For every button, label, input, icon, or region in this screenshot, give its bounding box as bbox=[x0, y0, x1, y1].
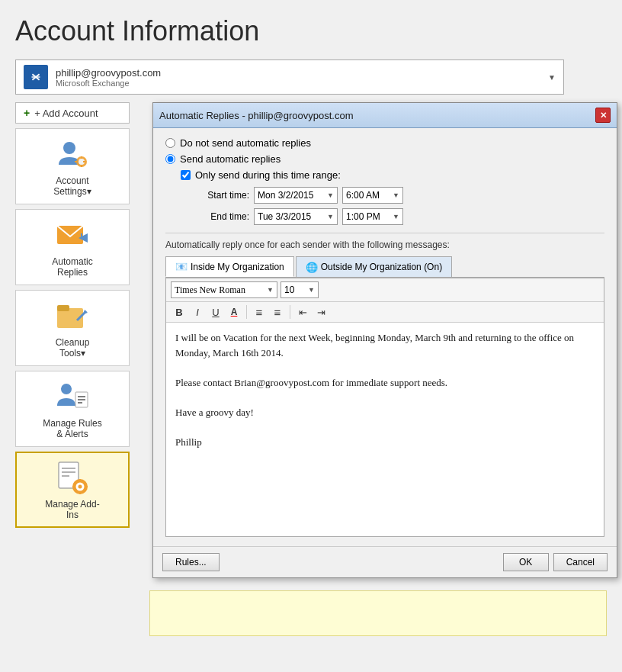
outside-org-icon: 🌐 bbox=[306, 262, 318, 273]
tab-inside-org[interactable]: 📧 Inside My Organization bbox=[165, 256, 294, 277]
svg-rect-26 bbox=[79, 491, 81, 494]
dialog-title: Automatic Replies - phillip@groovypost.c… bbox=[159, 110, 354, 121]
start-date-dropdown[interactable]: Mon 3/2/2015 ▼ bbox=[254, 187, 338, 204]
tab-outside-org[interactable]: 🌐 Outside My Organization (On) bbox=[296, 256, 452, 277]
svg-rect-9 bbox=[83, 161, 85, 162]
cleanup-tools-icon bbox=[54, 297, 91, 334]
numbered-list-button[interactable]: ≡ bbox=[269, 304, 286, 320]
start-time-label: Start time: bbox=[196, 190, 249, 201]
reply-tabs: 📧 Inside My Organization 🌐 Outside My Or… bbox=[165, 256, 604, 278]
no-reply-radio-row: Do not send automatic replies bbox=[165, 137, 604, 149]
sidebar-item-account-settings[interactable]: Account Settings▾ bbox=[15, 128, 130, 204]
manage-addins-icon bbox=[54, 459, 91, 496]
font-toolbar: Times New Roman ▼ 10 ▼ bbox=[166, 278, 604, 302]
bold-button[interactable]: B bbox=[171, 304, 188, 320]
cleanup-tools-label: Cleanup Tools▾ bbox=[56, 337, 90, 359]
add-account-label: + Add Account bbox=[34, 108, 98, 119]
font-name-dropdown[interactable]: Times New Roman ▼ bbox=[171, 281, 277, 298]
account-settings-label: Account Settings▾ bbox=[53, 175, 91, 197]
tab-outside-label: Outside My Organization (On) bbox=[321, 262, 442, 272]
footer-right-buttons: OK Cancel bbox=[503, 553, 608, 571]
no-reply-radio[interactable] bbox=[165, 138, 175, 148]
sidebar-item-cleanup-tools[interactable]: Cleanup Tools▾ bbox=[15, 290, 130, 366]
message-editor: Times New Roman ▼ 10 ▼ B I bbox=[165, 278, 604, 537]
automatic-replies-dialog: Automatic Replies - phillip@groovypost.c… bbox=[152, 102, 617, 578]
svg-point-13 bbox=[61, 384, 72, 394]
underline-button[interactable]: U bbox=[207, 304, 224, 320]
svg-rect-7 bbox=[81, 165, 82, 167]
start-time-arrow-icon: ▼ bbox=[393, 191, 399, 199]
decrease-indent-button[interactable]: ⇤ bbox=[294, 304, 311, 320]
time-range-checkbox[interactable] bbox=[181, 170, 191, 180]
toolbar-separator-1 bbox=[246, 305, 247, 319]
start-time-dropdown[interactable]: 6:00 AM ▼ bbox=[342, 187, 403, 204]
plus-icon: + bbox=[24, 107, 30, 119]
start-date-arrow-icon: ▼ bbox=[327, 191, 334, 199]
rules-button[interactable]: Rules... bbox=[162, 553, 220, 571]
tab-inside-label: Inside My Organization bbox=[191, 262, 284, 272]
account-email: phillip@groovypost.com bbox=[56, 67, 548, 79]
automatic-replies-icon bbox=[54, 217, 91, 253]
font-dropdown-arrow-icon: ▼ bbox=[267, 286, 274, 294]
svg-rect-28 bbox=[85, 486, 88, 487]
dialog-area: Automatic Replies - phillip@groovypost.c… bbox=[145, 102, 607, 636]
svg-point-3 bbox=[63, 142, 75, 154]
svg-point-24 bbox=[79, 485, 82, 489]
manage-rules-label: Manage Rules & Alerts bbox=[43, 418, 101, 439]
auto-reply-note: Automatically reply once for each sender… bbox=[165, 233, 604, 250]
message-body[interactable]: I will be on Vacation for the next Week,… bbox=[166, 323, 604, 536]
account-type: Microsoft Exchange bbox=[56, 79, 548, 88]
end-time-dropdown[interactable]: 1:00 PM ▼ bbox=[342, 208, 403, 225]
sidebar-item-automatic-replies[interactable]: Automatic Replies bbox=[15, 209, 130, 285]
time-range-checkbox-row: Only send during this time range: bbox=[181, 169, 604, 181]
svg-rect-12 bbox=[57, 305, 69, 311]
ok-button[interactable]: OK bbox=[503, 553, 549, 571]
sidebar-item-manage-addins[interactable]: Manage Add- Ins bbox=[15, 452, 130, 528]
account-info: phillip@groovypost.com Microsoft Exchang… bbox=[56, 67, 548, 88]
sidebar: + + Add Account bbox=[15, 102, 145, 636]
cancel-button[interactable]: Cancel bbox=[553, 553, 608, 571]
end-date-arrow-icon: ▼ bbox=[327, 213, 334, 220]
font-name-value: Times New Roman bbox=[175, 285, 264, 296]
page-title: Account Information bbox=[15, 15, 607, 47]
yellow-note-area bbox=[149, 590, 607, 636]
svg-rect-6 bbox=[81, 156, 82, 159]
no-reply-label: Do not send automatic replies bbox=[180, 137, 311, 149]
end-date-value: Tue 3/3/2015 bbox=[258, 211, 324, 222]
size-dropdown-arrow-icon: ▼ bbox=[308, 286, 315, 294]
start-date-value: Mon 3/2/2015 bbox=[258, 190, 324, 201]
svg-rect-8 bbox=[75, 161, 77, 162]
font-color-button[interactable]: A bbox=[226, 304, 242, 320]
end-time-row: End time: Tue 3/3/2015 ▼ 1:00 PM ▼ bbox=[196, 208, 604, 225]
exchange-icon bbox=[24, 65, 48, 89]
send-reply-radio[interactable] bbox=[165, 154, 175, 164]
font-size-value: 10 bbox=[284, 285, 305, 295]
start-time-value: 6:00 AM bbox=[346, 190, 390, 201]
end-time-arrow-icon: ▼ bbox=[393, 213, 399, 220]
account-dropdown-arrow-icon[interactable]: ▼ bbox=[548, 73, 556, 82]
svg-rect-27 bbox=[72, 486, 75, 487]
bullet-list-button[interactable]: ≡ bbox=[251, 304, 268, 320]
start-time-row: Start time: Mon 3/2/2015 ▼ 6:00 AM ▼ bbox=[196, 187, 604, 204]
end-date-dropdown[interactable]: Tue 3/3/2015 ▼ bbox=[254, 208, 338, 225]
end-time-value: 1:00 PM bbox=[346, 211, 390, 222]
send-reply-label: Send automatic replies bbox=[180, 153, 281, 165]
font-size-dropdown[interactable]: 10 ▼ bbox=[281, 281, 319, 298]
inside-org-icon: 📧 bbox=[175, 261, 188, 272]
automatic-replies-label: Automatic Replies bbox=[52, 256, 92, 278]
format-toolbar: B I U A ≡ ≡ ⇤ ⇥ bbox=[166, 302, 604, 323]
manage-rules-icon bbox=[54, 378, 91, 415]
account-selector[interactable]: phillip@groovypost.com Microsoft Exchang… bbox=[15, 59, 564, 95]
add-account-button[interactable]: + + Add Account bbox=[15, 102, 130, 124]
sidebar-item-manage-rules[interactable]: Manage Rules & Alerts bbox=[15, 371, 130, 447]
svg-rect-25 bbox=[79, 479, 81, 482]
manage-addins-label: Manage Add- Ins bbox=[45, 499, 99, 520]
dialog-footer: Rules... OK Cancel bbox=[153, 546, 617, 577]
send-reply-radio-row: Send automatic replies bbox=[165, 153, 604, 165]
increase-indent-button[interactable]: ⇥ bbox=[313, 304, 329, 320]
time-range-label: Only send during this time range: bbox=[195, 169, 341, 181]
dialog-close-button[interactable]: ✕ bbox=[595, 108, 611, 123]
italic-button[interactable]: I bbox=[189, 304, 206, 320]
end-time-label: End time: bbox=[196, 211, 249, 222]
dialog-titlebar: Automatic Replies - phillip@groovypost.c… bbox=[153, 103, 617, 128]
